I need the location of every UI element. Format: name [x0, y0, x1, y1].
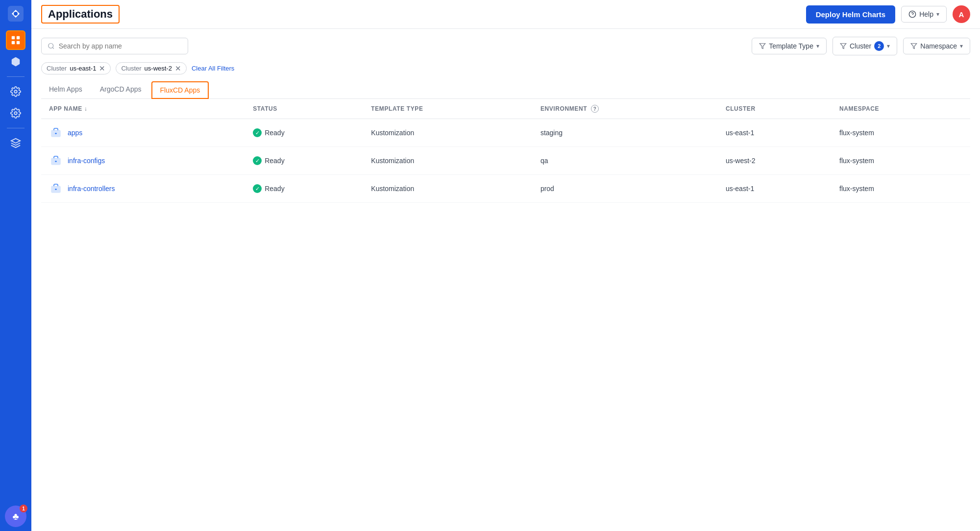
help-label: Help — [919, 10, 933, 18]
help-icon — [908, 10, 916, 18]
sidebar-item-layers[interactable] — [6, 133, 25, 153]
discord-badge: 1 — [20, 505, 27, 512]
svg-point-6 — [14, 90, 17, 93]
page-title: Applications — [41, 5, 120, 24]
cell-namespace-1: flux-system — [832, 119, 970, 147]
status-label-3: Ready — [265, 185, 284, 193]
content-area: Template Type ▾ Cluster 2 ▾ Namespace ▾ — [31, 29, 980, 531]
cluster-dropdown[interactable]: Cluster 2 ▾ — [833, 37, 897, 55]
cluster-count-badge: 2 — [874, 41, 884, 51]
svg-rect-3 — [17, 36, 20, 39]
sidebar-item-settings2[interactable] — [6, 103, 25, 123]
cell-cluster-1: us-east-1 — [718, 119, 832, 147]
col-header-status: STATUS — [245, 99, 363, 119]
table-row: infra-controllers ✓ Ready Kustomization … — [41, 175, 970, 203]
cell-template-type-2: Kustomization — [363, 147, 533, 175]
cell-status-2: ✓ Ready — [245, 147, 363, 175]
sidebar: ♣ 1 — [0, 0, 31, 531]
filter-tag-remove-2[interactable]: ✕ — [175, 65, 181, 72]
active-filters: Cluster us-east-1 ✕ Cluster us-west-2 ✕ … — [41, 62, 970, 74]
status-label-2: Ready — [265, 157, 284, 165]
header: Applications Deploy Helm Charts Help ▾ A — [31, 0, 980, 29]
sidebar-logo — [6, 4, 25, 24]
deploy-helm-charts-button[interactable]: Deploy Helm Charts — [806, 5, 896, 24]
template-type-label: Template Type — [769, 42, 813, 50]
template-type-chevron-icon: ▾ — [816, 43, 819, 49]
applications-table: APP NAME ↓ STATUS TEMPLATE TYPE ENVIRONM… — [41, 99, 970, 203]
col-header-template-type: TEMPLATE TYPE — [363, 99, 533, 119]
tab-helm-apps[interactable]: Helm Apps — [41, 81, 90, 99]
template-type-dropdown[interactable]: Template Type ▾ — [752, 38, 827, 54]
table: APP NAME ↓ STATUS TEMPLATE TYPE ENVIRONM… — [41, 99, 970, 203]
svg-marker-14 — [840, 44, 846, 49]
namespace-chevron-icon: ▾ — [960, 43, 963, 49]
status-dot-3: ✓ — [253, 184, 262, 193]
environment-info-icon: ? — [591, 105, 599, 113]
filter-tag-label-2: Cluster — [121, 65, 141, 72]
cell-cluster-3: us-east-1 — [718, 175, 832, 203]
clear-all-filters-button[interactable]: Clear All Filters — [192, 65, 234, 72]
cell-app-name-2: infra-configs — [41, 147, 245, 175]
svg-marker-13 — [760, 44, 765, 49]
filter-icon — [759, 43, 766, 49]
app-link-2[interactable]: infra-configs — [68, 157, 105, 165]
sidebar-item-workloads[interactable] — [6, 52, 25, 72]
filter-tag-cluster-1: Cluster us-east-1 ✕ — [41, 62, 111, 74]
table-row: apps ✓ Ready Kustomization staging us-ea… — [41, 119, 970, 147]
discord-button[interactable]: ♣ 1 — [5, 506, 26, 527]
filter-tag-label-1: Cluster — [47, 65, 67, 72]
table-body: apps ✓ Ready Kustomization staging us-ea… — [41, 119, 970, 203]
app-link-1[interactable]: apps — [68, 129, 82, 137]
cell-environment-3: prod — [533, 175, 718, 203]
help-chevron-icon: ▾ — [936, 11, 939, 18]
sidebar-divider-2 — [7, 128, 24, 128]
cell-cluster-2: us-west-2 — [718, 147, 832, 175]
table-row: infra-configs ✓ Ready Kustomization qa u… — [41, 147, 970, 175]
app-icon-2 — [49, 154, 63, 168]
svg-marker-8 — [11, 139, 20, 143]
filter-tag-cluster-2: Cluster us-west-2 ✕ — [116, 62, 187, 74]
svg-line-12 — [52, 48, 54, 49]
cell-environment-1: staging — [533, 119, 718, 147]
namespace-label: Namespace — [920, 42, 957, 50]
status-dot-2: ✓ — [253, 156, 262, 165]
col-header-namespace: NAMESPACE — [832, 99, 970, 119]
namespace-dropdown[interactable]: Namespace ▾ — [903, 38, 970, 54]
cell-status-1: ✓ Ready — [245, 119, 363, 147]
search-box[interactable] — [41, 38, 188, 54]
cell-namespace-2: flux-system — [832, 147, 970, 175]
filter-tag-value-1: us-east-1 — [70, 65, 96, 72]
user-avatar[interactable]: A — [953, 5, 970, 23]
cluster-filter-icon — [840, 43, 847, 49]
app-icon-1 — [49, 126, 63, 140]
svg-point-1 — [14, 12, 18, 16]
tab-argocd-apps-label: ArgoCD Apps — [100, 85, 142, 93]
cell-status-3: ✓ Ready — [245, 175, 363, 203]
table-header: APP NAME ↓ STATUS TEMPLATE TYPE ENVIRONM… — [41, 99, 970, 119]
help-button[interactable]: Help ▾ — [901, 6, 947, 23]
namespace-filter-icon — [910, 43, 917, 49]
main-content: Applications Deploy Helm Charts Help ▾ A — [31, 0, 980, 531]
status-dot-1: ✓ — [253, 128, 262, 137]
search-icon — [48, 42, 55, 50]
tab-helm-apps-label: Helm Apps — [49, 85, 82, 93]
svg-point-11 — [49, 43, 53, 48]
svg-point-7 — [14, 112, 17, 115]
cluster-label: Cluster — [850, 42, 871, 50]
tab-fluxcd-apps[interactable]: FluxCD Apps — [151, 81, 209, 99]
sidebar-bottom: ♣ 1 — [5, 506, 26, 527]
col-header-app-name[interactable]: APP NAME ↓ — [41, 99, 245, 119]
svg-rect-2 — [12, 36, 15, 39]
sidebar-item-settings1[interactable] — [6, 82, 25, 101]
app-link-3[interactable]: infra-controllers — [68, 185, 115, 193]
tab-fluxcd-apps-label: FluxCD Apps — [160, 86, 200, 94]
svg-rect-5 — [17, 41, 20, 44]
cluster-chevron-icon: ▾ — [887, 43, 890, 49]
app-icon-3 — [49, 182, 63, 195]
cell-namespace-3: flux-system — [832, 175, 970, 203]
filter-tag-remove-1[interactable]: ✕ — [99, 65, 105, 72]
tab-argocd-apps[interactable]: ArgoCD Apps — [92, 81, 149, 99]
search-input[interactable] — [59, 42, 182, 50]
cell-environment-2: qa — [533, 147, 718, 175]
sidebar-item-applications[interactable] — [6, 30, 25, 50]
